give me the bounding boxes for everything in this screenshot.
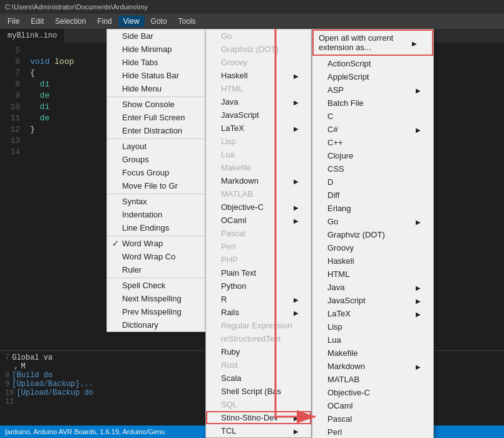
ext-matlab[interactable]: MATLAB — [312, 373, 433, 386]
syntax-latex[interactable]: LaTeX — [206, 122, 311, 135]
view-hide-menu[interactable]: Hide Menu — [107, 82, 206, 95]
ext-lisp[interactable]: Lisp — [312, 320, 433, 333]
view-syntax[interactable]: Syntax — [107, 194, 206, 208]
title-text: C:\Users\Administrator\Documents\Arduino… — [5, 3, 148, 11]
ext-groovy[interactable]: Groovy — [312, 241, 433, 254]
ext-csharp[interactable]: C# — [312, 123, 433, 136]
syntax-pascal[interactable]: Pascal — [206, 227, 311, 240]
syntax-lisp[interactable]: Lisp — [206, 135, 311, 148]
ext-objectivec[interactable]: Objective-C — [312, 386, 433, 399]
syntax-ocaml[interactable]: OCaml — [206, 214, 311, 227]
ext-applescript[interactable]: AppleScript — [312, 70, 433, 83]
view-word-wrap[interactable]: Word Wrap — [107, 236, 206, 250]
syntax-ruby[interactable]: Ruby — [206, 345, 311, 358]
syntax-lua[interactable]: Lua — [206, 148, 311, 161]
syntax-haskell[interactable]: Haskell — [206, 69, 311, 82]
syntax-r[interactable]: R — [206, 293, 311, 306]
ext-ocaml[interactable]: OCaml — [312, 399, 433, 412]
ext-javascript[interactable]: JavaScript — [312, 294, 433, 307]
status-text: [arduino, Arduino AVR Boards, 1.6.19, Ar… — [5, 428, 165, 435]
ext-html[interactable]: HTML — [312, 268, 433, 281]
ext-perl[interactable]: Perl — [312, 425, 433, 438]
syntax-makefile[interactable]: Makefile — [206, 161, 311, 174]
view-word-wrap-col[interactable]: Word Wrap Co — [107, 250, 206, 263]
view-move-file[interactable]: Move File to Gr — [107, 179, 206, 192]
view-indentation[interactable]: Indentation — [107, 208, 206, 221]
syntax-python[interactable]: Python — [206, 279, 311, 293]
ext-erlang[interactable]: Erlang — [312, 202, 433, 215]
menu-bar: File Edit Selection Find View Goto Tools — [0, 14, 504, 29]
menu-tools[interactable]: Tools — [173, 16, 201, 27]
ext-clojure[interactable]: Clojure — [312, 149, 433, 162]
view-focus-group[interactable]: Focus Group — [107, 166, 206, 179]
syntax-scala[interactable]: Scala — [206, 372, 311, 385]
view-hide-statusbar[interactable]: Hide Status Bar — [107, 69, 206, 82]
syntax-html[interactable]: HTML — [206, 82, 311, 95]
syntax-objectivec[interactable]: Objective-C — [206, 201, 311, 214]
syntax-groovy[interactable]: Groovy — [206, 56, 311, 69]
syntax-sql[interactable]: SQL — [206, 398, 311, 411]
view-dictionary[interactable]: Dictionary — [107, 318, 206, 331]
ext-java[interactable]: Java — [312, 281, 433, 294]
ext-diff[interactable]: Diff — [312, 189, 433, 202]
ext-actionscript[interactable]: ActionScript — [312, 57, 433, 70]
syntax-go[interactable]: Go — [206, 29, 311, 43]
ext-pascal[interactable]: Pascal — [312, 412, 433, 425]
ext-go[interactable]: Go — [312, 215, 433, 228]
tab-myblink[interactable]: myBlink.ino — [0, 29, 65, 43]
view-hide-minimap[interactable]: Hide Minimap — [107, 43, 206, 56]
ext-graphviz[interactable]: Graphviz (DOT) — [312, 228, 433, 241]
syntax-restructured[interactable]: reStructuredText — [206, 332, 311, 345]
ext-asp[interactable]: ASP — [312, 83, 433, 96]
ext-d[interactable]: D — [312, 175, 433, 189]
view-prev-misspelling[interactable]: Prev Misspelling — [107, 305, 206, 318]
menu-file[interactable]: File — [3, 16, 24, 27]
ext-lua[interactable]: Lua — [312, 333, 433, 347]
open-all-button[interactable]: Open all with current extension as... — [312, 29, 433, 56]
syntax-graphviz[interactable]: Graphviz (DOT) — [206, 43, 311, 56]
syntax-regex[interactable]: Regular Expression — [206, 319, 311, 332]
ext-haskell[interactable]: Haskell — [312, 254, 433, 268]
view-show-console[interactable]: Show Console — [107, 96, 206, 111]
view-sidebar[interactable]: Side Bar — [107, 29, 206, 43]
view-ruler[interactable]: Ruler — [107, 263, 206, 276]
syntax-shell[interactable]: Shell Script (Bas — [206, 385, 311, 398]
ext-latex[interactable]: LaTeX — [312, 307, 433, 320]
title-bar: C:\Users\Administrator\Documents\Arduino… — [0, 0, 504, 14]
ext-batchfile[interactable]: Batch File — [312, 96, 433, 110]
syntax-perl[interactable]: Perl — [206, 240, 311, 253]
syntax-php[interactable]: PHP — [206, 253, 311, 266]
ext-markdown[interactable]: Markdown — [312, 360, 433, 373]
syntax-rust[interactable]: Rust — [206, 358, 311, 372]
menu-goto[interactable]: Goto — [146, 16, 172, 27]
syntax-plaintext[interactable]: Plain Text — [206, 266, 311, 279]
view-layout[interactable]: Layout — [107, 138, 206, 153]
extension-submenu: Open all with current extension as... Ac… — [312, 29, 434, 438]
open-all-label: Open all with current extension as... — [319, 33, 412, 52]
ext-css[interactable]: CSS — [312, 162, 433, 175]
menu-find[interactable]: Find — [92, 16, 116, 27]
open-all-arrow — [412, 38, 417, 48]
syntax-javascript[interactable]: JavaScript — [206, 108, 311, 122]
syntax-tcl[interactable]: TCL — [206, 424, 311, 437]
syntax-markdown[interactable]: Markdown — [206, 174, 311, 187]
view-next-misspelling[interactable]: Next Misspelling — [107, 292, 206, 305]
menu-edit[interactable]: Edit — [26, 16, 49, 27]
syntax-submenu: Go Graphviz (DOT) Groovy Haskell HTML Ja… — [205, 29, 312, 438]
menu-selection[interactable]: Selection — [50, 16, 91, 27]
view-groups[interactable]: Groups — [107, 153, 206, 166]
syntax-matlab[interactable]: MATLAB — [206, 187, 311, 201]
syntax-java[interactable]: Java — [206, 95, 311, 108]
syntax-rails[interactable]: Rails — [206, 306, 311, 319]
view-fullscreen[interactable]: Enter Full Screen — [107, 111, 206, 124]
ext-cpp[interactable]: C++ — [312, 136, 433, 149]
view-hide-tabs[interactable]: Hide Tabs — [107, 56, 206, 69]
syntax-stino[interactable]: Stino-Stino-Dev — [206, 411, 311, 424]
view-line-endings[interactable]: Line Endings — [107, 221, 206, 234]
view-spell-check[interactable]: Spell Check — [107, 278, 206, 292]
view-menu: Side Bar Hide Minimap Hide Tabs Hide Sta… — [106, 29, 207, 332]
view-distraction[interactable]: Enter Distraction — [107, 124, 206, 137]
ext-c[interactable]: C — [312, 110, 433, 123]
menu-view[interactable]: View — [118, 16, 145, 27]
ext-makefile[interactable]: Makefile — [312, 347, 433, 360]
